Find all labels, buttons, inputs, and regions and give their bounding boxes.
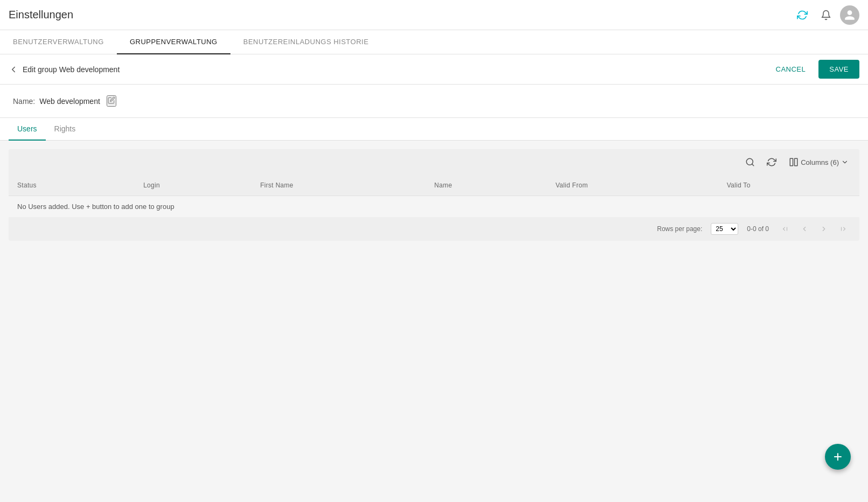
col-name: Name [426, 175, 547, 196]
columns-button[interactable]: Columns (6) [785, 155, 853, 169]
app-title: Einstellungen [9, 9, 793, 21]
notifications-button[interactable] [816, 5, 836, 25]
chevron-down-icon [841, 158, 849, 166]
name-value: Web development [39, 97, 100, 106]
back-arrow-icon [9, 65, 18, 74]
svg-rect-3 [795, 158, 797, 166]
edit-header: Edit group Web development CANCEL SAVE [0, 54, 868, 85]
table-empty-row: No Users added. Use + button to add one … [9, 196, 859, 218]
sub-tab-rights[interactable]: Rights [46, 118, 85, 141]
columns-icon [789, 157, 799, 167]
avatar[interactable] [840, 5, 859, 25]
pagination: Rows per page: 25 50 100 0-0 of 0 [9, 217, 859, 241]
table-toolbar: Columns (6) [9, 149, 859, 175]
first-page-button[interactable] [778, 221, 793, 236]
sub-tabs: Users Rights [0, 118, 868, 141]
cancel-button[interactable]: CANCEL [767, 61, 815, 78]
app-bar-actions [793, 5, 859, 25]
search-icon [745, 157, 755, 167]
col-firstname: First Name [251, 175, 425, 196]
edit-name-button[interactable] [107, 95, 116, 107]
reload-button[interactable] [763, 154, 780, 171]
col-login: Login [135, 175, 251, 196]
last-page-icon [839, 225, 847, 233]
rows-per-page-select[interactable]: 25 50 100 [711, 223, 738, 235]
next-page-icon [820, 225, 828, 233]
first-page-icon [781, 225, 789, 233]
user-icon [844, 9, 856, 21]
name-section: Name: Web development [0, 85, 868, 118]
svg-rect-2 [790, 158, 793, 166]
col-valid-from: Valid From [547, 175, 718, 196]
next-page-button[interactable] [816, 221, 831, 236]
tab-benutzerverwaltung[interactable]: BENUTZERVERWALTUNG [0, 30, 117, 54]
edit-header-actions: CANCEL SAVE [767, 60, 859, 79]
columns-label: Columns (6) [801, 158, 839, 166]
back-button[interactable]: Edit group Web development [9, 65, 120, 74]
prev-page-icon [801, 225, 808, 233]
tab-gruppenverwaltung[interactable]: GRUPPENVERWALTUNG [117, 30, 230, 54]
col-valid-to: Valid To [718, 175, 859, 196]
users-table: Status Login First Name Name Valid From … [9, 175, 859, 217]
table-area: Columns (6) Status Login First Name Name… [9, 149, 859, 241]
bell-icon [821, 10, 831, 20]
reload-icon [767, 157, 776, 167]
rows-per-page-label: Rows per page: [657, 225, 702, 233]
empty-message: No Users added. Use + button to add one … [9, 196, 859, 218]
table-header-row: Status Login First Name Name Valid From … [9, 175, 859, 196]
col-status: Status [9, 175, 135, 196]
edit-header-title: Edit group Web development [23, 65, 120, 74]
refresh-button[interactable] [793, 5, 812, 25]
app-bar: Einstellungen [0, 0, 868, 30]
name-label: Name: [13, 97, 35, 106]
search-button[interactable] [741, 154, 759, 171]
last-page-button[interactable] [836, 221, 851, 236]
refresh-icon [797, 10, 808, 20]
sub-tab-users[interactable]: Users [9, 118, 46, 141]
svg-line-1 [752, 164, 754, 165]
pencil-icon [108, 96, 115, 104]
tab-benutzereinladungs[interactable]: BENUTZEREINLADUNGS HISTORIE [230, 30, 382, 54]
prev-page-button[interactable] [797, 221, 812, 236]
page-info: 0-0 of 0 [747, 225, 769, 233]
save-button[interactable]: SAVE [818, 60, 859, 79]
main-tabs: BENUTZERVERWALTUNG GRUPPENVERWALTUNG BEN… [0, 30, 868, 54]
